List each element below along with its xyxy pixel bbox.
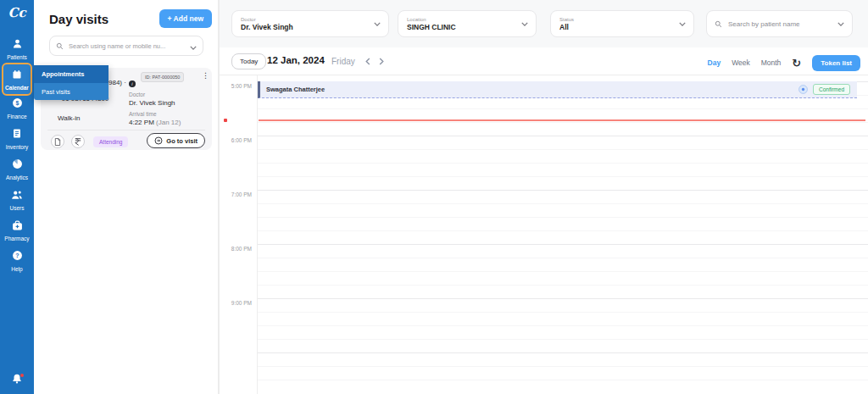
doctor-label: Doctor <box>129 92 145 97</box>
sidebar-item-label: Help <box>11 266 22 272</box>
search-icon <box>56 38 64 53</box>
svg-text:?: ? <box>15 252 19 258</box>
calendar-event[interactable]: Swagata Chatterjee Confirmed <box>258 81 857 98</box>
sidebar-item-label: Finance <box>7 114 26 119</box>
patient-name-search[interactable] <box>706 10 853 37</box>
kebab-menu-icon[interactable]: ⋮ <box>202 71 209 80</box>
analytics-icon <box>12 158 23 173</box>
view-day[interactable]: Day <box>708 58 721 67</box>
event-info-icon[interactable] <box>798 85 808 94</box>
location-select[interactable]: LocationSINGH CLINIC <box>398 10 537 37</box>
patient-search-box[interactable] <box>49 36 203 56</box>
notifications-bell[interactable] <box>0 373 34 388</box>
arrival-time-label: Arrival time <box>129 111 157 117</box>
inventory-icon <box>12 127 22 142</box>
patient-partial-info: 984) ·i <box>108 79 136 87</box>
sidebar-item-label: Calendar <box>5 85 29 91</box>
document-icon <box>54 138 61 146</box>
filter-bar: DoctorDr. Vivek Singh LocationSINGH CLIN… <box>220 0 868 47</box>
sidebar-item-label: Inventory <box>6 144 29 150</box>
calendar-header: Today 12 Jan, 2024 Friday Day Week Month… <box>220 51 868 75</box>
pharmacy-icon <box>12 219 23 234</box>
sidebar-item-label: Patients <box>7 54 27 60</box>
prescription-button[interactable] <box>51 135 64 148</box>
calendar-weekday: Friday <box>331 57 355 66</box>
grid-top-divider <box>220 75 868 75</box>
sidebar-item-label: Analytics <box>6 175 28 180</box>
visit-type: Walk-in <box>58 114 80 122</box>
status-filter-label: Status <box>559 17 679 22</box>
current-time-marker <box>224 119 227 122</box>
chevron-down-icon <box>679 22 686 26</box>
doctor-value: Dr. Vivek Singh <box>129 99 175 107</box>
search-icon <box>715 16 722 31</box>
page-title: Day visits <box>49 12 108 26</box>
app-logo: Cc <box>0 5 34 20</box>
event-status-badge: Confirmed <box>813 84 850 95</box>
calendar-main: DoctorDr. Vivek Singh LocationSINGH CLIN… <box>219 0 868 394</box>
sidebar-item-label: Users <box>10 205 25 211</box>
svg-text:$: $ <box>15 100 19 107</box>
sidebar-item-analytics[interactable]: Analytics <box>0 158 34 180</box>
time-label: 9:00 PM <box>220 300 252 306</box>
add-new-button[interactable]: + Add new <box>159 9 212 28</box>
chevron-down-icon <box>521 22 528 26</box>
time-label: 7:00 PM <box>220 191 252 197</box>
refresh-icon[interactable]: ↻ <box>792 57 801 69</box>
patient-id-badge: ID: PAT-0000050 <box>141 72 184 82</box>
doctor-filter-label: Doctor <box>241 17 374 22</box>
today-button[interactable]: Today <box>231 53 266 69</box>
sidebar-item-calendar[interactable]: Calendar <box>2 63 32 96</box>
app-window: Cc Patients Calendar $ Finance Inventory <box>0 0 868 394</box>
calendar-icon <box>12 68 22 83</box>
menu-item-past-visits[interactable]: Past visits <box>34 83 108 100</box>
sidebar-item-inventory[interactable]: Inventory <box>0 127 34 150</box>
go-arrow-icon <box>154 136 163 145</box>
calendar-dropdown-menu: Appointments Past visits <box>34 65 108 100</box>
doctor-filter-value: Dr. Vivek Singh <box>241 23 374 31</box>
arrival-time-value: 4:22 PM (Jan 12) <box>129 119 181 126</box>
calendar-grid <box>258 81 868 393</box>
day-visits-panel: Day visits + Add new 984) ·i ID: PAT-000… <box>34 0 219 394</box>
help-icon: ? <box>12 249 23 264</box>
users-icon <box>11 188 23 203</box>
status-badge: Attending <box>93 136 128 147</box>
rupee-icon <box>75 138 81 146</box>
go-to-visit-button[interactable]: Go to visit <box>147 133 205 148</box>
sidebar-item-users[interactable]: Users <box>0 188 34 211</box>
sidebar: Cc Patients Calendar $ Finance Inventory <box>0 0 34 394</box>
sidebar-item-patients[interactable]: Patients <box>0 37 34 60</box>
notification-dot <box>20 374 24 377</box>
current-time-line <box>259 119 865 121</box>
chevron-right-icon[interactable] <box>379 58 384 65</box>
view-month[interactable]: Month <box>761 58 782 67</box>
event-patient-name: Swagata Chatterjee <box>266 86 798 93</box>
calendar-date: 12 Jan, 2024 <box>267 55 325 65</box>
sidebar-item-help[interactable]: ? Help <box>0 249 34 272</box>
info-icon[interactable]: i <box>129 80 136 87</box>
doctor-select[interactable]: DoctorDr. Vivek Singh <box>231 10 389 37</box>
sidebar-item-finance[interactable]: $ Finance <box>0 97 34 119</box>
time-label: 8:00 PM <box>220 246 252 252</box>
location-filter-value: SINGH CLINIC <box>407 23 521 31</box>
finance-icon: $ <box>12 97 23 112</box>
status-filter-value: All <box>559 23 679 31</box>
menu-item-appointments[interactable]: Appointments <box>34 65 108 83</box>
patient-name-input[interactable] <box>726 19 833 29</box>
chevron-down-icon[interactable] <box>190 38 197 53</box>
chevron-left-icon[interactable] <box>365 58 370 65</box>
token-list-button[interactable]: Token list <box>812 55 860 71</box>
card-divider <box>47 130 205 130</box>
time-label: 5:00 PM <box>220 83 252 89</box>
chevron-down-icon <box>837 22 844 26</box>
time-label: 6:00 PM <box>220 137 252 143</box>
billing-button[interactable] <box>71 135 85 148</box>
sidebar-item-pharmacy[interactable]: Pharmacy <box>0 219 34 241</box>
view-week[interactable]: Week <box>732 58 750 67</box>
sidebar-item-label: Pharmacy <box>4 236 29 241</box>
location-filter-label: Location <box>407 17 521 22</box>
chevron-down-icon <box>374 22 381 26</box>
search-input[interactable] <box>67 42 186 51</box>
patients-icon <box>12 37 23 53</box>
status-select[interactable]: StatusAll <box>550 10 694 37</box>
